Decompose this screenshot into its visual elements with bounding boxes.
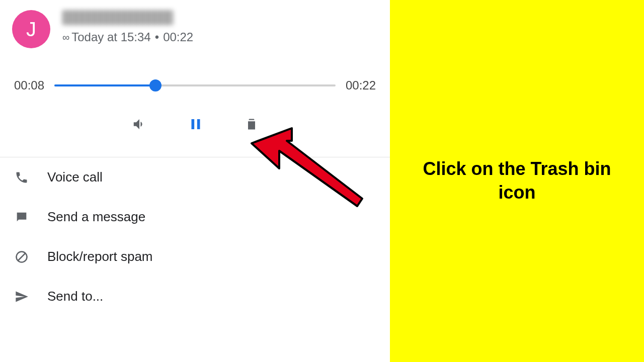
action-label: Send to... (47, 289, 103, 304)
separator: • (155, 30, 159, 44)
action-label: Voice call (47, 169, 103, 185)
contact-avatar[interactable]: J (12, 10, 50, 48)
timestamp-text: Today at 15:34 (71, 30, 150, 44)
instruction-text: Click on the Trash bin icon (405, 157, 629, 205)
total-time: 00:22 (346, 78, 376, 93)
block-spam-action[interactable]: Block/report spam (0, 237, 390, 277)
contact-name-redacted (62, 10, 173, 25)
progress-row: 00:08 00:22 (14, 78, 376, 93)
svg-line-1 (18, 253, 25, 260)
timestamp-row: ∞ Today at 15:34 • 00:22 (62, 30, 193, 44)
playback-controls (14, 116, 376, 133)
header-text: ∞ Today at 15:34 • 00:22 (62, 10, 193, 44)
pause-button[interactable] (187, 116, 204, 133)
block-icon (14, 249, 29, 264)
avatar-letter: J (26, 18, 36, 41)
duration-text: 00:22 (163, 30, 193, 44)
message-icon (14, 210, 29, 225)
trash-icon (245, 117, 259, 131)
pause-icon (187, 116, 204, 133)
send-to-action[interactable]: Send to... (0, 277, 390, 316)
speaker-icon (132, 117, 147, 132)
send-message-action[interactable]: Send a message (0, 197, 390, 237)
current-time: 00:08 (14, 78, 44, 93)
voicemail-panel: J ∞ Today at 15:34 • 00:22 00:08 00:22 (0, 0, 390, 362)
progress-fill (54, 84, 155, 86)
action-label: Block/report spam (47, 249, 153, 264)
send-icon (14, 289, 29, 304)
action-list: Voice call Send a message Block/report s… (0, 157, 390, 316)
speaker-button[interactable] (132, 117, 147, 132)
phone-icon (14, 170, 29, 185)
instruction-panel: Click on the Trash bin icon (390, 0, 644, 362)
progress-thumb[interactable] (149, 79, 162, 92)
voice-call-action[interactable]: Voice call (0, 157, 390, 197)
voicemail-icon: ∞ (62, 32, 67, 43)
progress-slider[interactable] (54, 84, 336, 86)
action-label: Send a message (47, 209, 145, 225)
playback-section: 00:08 00:22 (0, 48, 390, 147)
delete-button[interactable] (245, 117, 259, 131)
voicemail-header: J ∞ Today at 15:34 • 00:22 (0, 0, 390, 48)
